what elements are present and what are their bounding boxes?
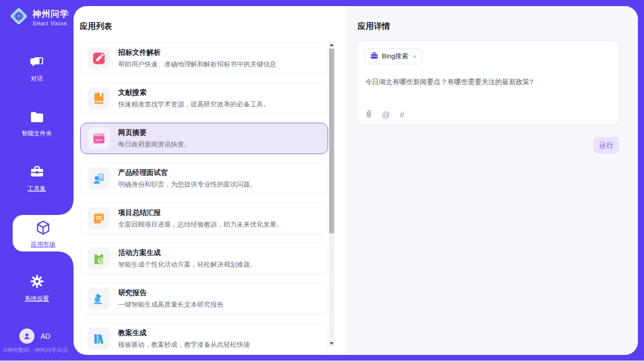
sidebar-item-label: 智能文件夹 <box>0 129 74 138</box>
sidebar-item-toolset[interactable]: 工具集 <box>0 165 74 193</box>
app-name: 项目总结汇报 <box>118 208 283 218</box>
app-name: 教案生成 <box>118 329 250 338</box>
app-list-title: 应用列表 <box>80 21 112 32</box>
webpage-icon: </> <box>88 127 110 150</box>
prompt-card[interactable]: Bing搜索 × 今日湖北有哪些新闻要点？有哪些需要关注的最新政策? @ # <box>356 41 620 125</box>
list-item[interactable]: 项目总结汇报 全面回顾项目进展，总结经验教训，助力未来优化发展。 <box>80 203 328 234</box>
copyright-text: ©神州数码 · 神州问学出品 <box>3 346 74 354</box>
bubble-fillet-top <box>59 201 74 215</box>
report-icon <box>88 287 110 310</box>
gem-logo-icon <box>9 7 28 28</box>
sidebar: 神州问学 Smart Vision 对话 智能文件夹 <box>0 0 74 362</box>
folder-icon <box>29 117 45 125</box>
list-item[interactable]: </> 网页摘要 每日政府新闻资讯快查。 <box>80 123 328 154</box>
sidebar-item-label: 工具集 <box>0 185 74 193</box>
app-description: 模板驱动，教案秒成，教学准备从此轻松快捷 <box>118 340 250 349</box>
scroll-up-button[interactable] <box>329 42 334 48</box>
edit-icon <box>88 47 110 69</box>
app-list: 招标文件解析 帮助用户快速、准确地理解和解析招标书中的关键信息 文献搜索 快速精… <box>80 43 328 355</box>
gear-icon <box>29 282 45 291</box>
lesson-icon <box>88 328 110 350</box>
content-card: 应用列表 招标文件解析 帮助用户快速、准确地理解和解析招标书中的关键信息 文献搜… <box>74 6 638 355</box>
app-description: 快速精准查找学术资源，提高研究效率的必备工具。 <box>118 100 270 109</box>
tool-tag-bing-search[interactable]: Bing搜索 × <box>365 48 422 64</box>
app-name: 研究报告 <box>118 288 224 298</box>
app-name: 产品经理面试官 <box>118 168 257 177</box>
sidebar-item-app-market[interactable]: 应用市场 <box>13 215 74 251</box>
sidebar-item-label: 系统设置 <box>0 295 74 303</box>
app-name: 招标文件解析 <box>118 48 276 57</box>
app-detail-title: 应用详情 <box>357 21 390 32</box>
list-item[interactable]: 研究报告 一键智能生成高质量长文本研究报告 <box>80 283 328 314</box>
chat-icon <box>29 62 45 70</box>
at-icon[interactable]: @ <box>382 111 390 120</box>
app-name: 活动方案生成 <box>118 248 257 258</box>
list-item[interactable]: 教案生成 模板驱动，教案秒成，教学准备从此轻松快捷 <box>80 323 328 354</box>
briefcase-icon <box>370 52 378 61</box>
list-item[interactable]: 文献搜索 快速精准查找学术资源，提高研究效率的必备工具。 <box>80 83 328 114</box>
toolbox-icon <box>29 172 45 180</box>
brand-logo: 神州问学 Smart Vision <box>9 7 69 28</box>
app-name: 文献搜索 <box>118 88 270 97</box>
app-description: 智能生成个性化活动方案，轻松解决规划难题。 <box>118 260 257 269</box>
plan-icon <box>88 247 110 270</box>
interviewer-icon <box>88 167 110 190</box>
composer-actions: @ # <box>365 110 404 121</box>
app-detail-panel: 应用详情 Bing搜索 × 今日湖北有哪些新闻要点？有哪些需要关注的最新政策? <box>346 6 638 355</box>
sidebar-item-settings[interactable]: 系统设置 <box>0 274 74 303</box>
sidebar-item-label: 对话 <box>0 75 74 83</box>
scrollbar-thumb[interactable] <box>329 49 334 233</box>
list-item[interactable]: 招标文件解析 帮助用户快速、准确地理解和解析招标书中的关键信息 <box>80 43 328 74</box>
note-icon <box>88 207 110 230</box>
app-description: 明确身份和职责，为您提供专业性的面试问题。 <box>118 180 257 189</box>
brand-subtitle: Smart Vision <box>32 21 69 26</box>
list-item[interactable]: 产品经理面试官 明确身份和职责，为您提供专业性的面试问题。 <box>80 163 328 194</box>
svg-text:</>: </> <box>95 138 102 142</box>
sidebar-item-label: 应用市场 <box>13 240 74 249</box>
hash-icon[interactable]: # <box>400 111 404 120</box>
sidebar-item-chat[interactable]: 对话 <box>0 55 74 83</box>
user-account[interactable]: AD <box>19 329 50 344</box>
paperclip-icon[interactable] <box>365 110 372 121</box>
app-description: 全面回顾项目进展，总结经验教训，助力未来优化发展。 <box>118 220 283 229</box>
book-icon <box>88 87 110 110</box>
user-name: AD <box>41 332 50 340</box>
run-button[interactable]: 运行 <box>593 137 619 154</box>
app-description: 帮助用户快速、准确地理解和解析招标书中的关键信息 <box>118 60 276 69</box>
app-description: 一键智能生成高质量长文本研究报告 <box>118 300 224 309</box>
list-item[interactable]: 活动方案生成 智能生成个性化活动方案，轻松解决规划难题。 <box>80 243 328 274</box>
cube-icon <box>34 229 52 238</box>
tool-tag-label: Bing搜索 <box>382 52 408 61</box>
query-text[interactable]: 今日湖北有哪些新闻要点？有哪些需要关注的最新政策? <box>365 77 609 87</box>
brand-name: 神州问学 <box>32 9 69 19</box>
bubble-fillet-bottom <box>59 251 74 266</box>
avatar <box>19 329 34 344</box>
close-icon[interactable]: × <box>413 53 417 60</box>
sidebar-item-smart-folder[interactable]: 智能文件夹 <box>0 111 74 138</box>
scroll-down-button[interactable] <box>329 340 334 346</box>
list-scrollbar[interactable] <box>329 42 334 346</box>
app-name: 网页摘要 <box>118 128 191 137</box>
app-description: 每日政府新闻资讯快查。 <box>118 140 191 149</box>
